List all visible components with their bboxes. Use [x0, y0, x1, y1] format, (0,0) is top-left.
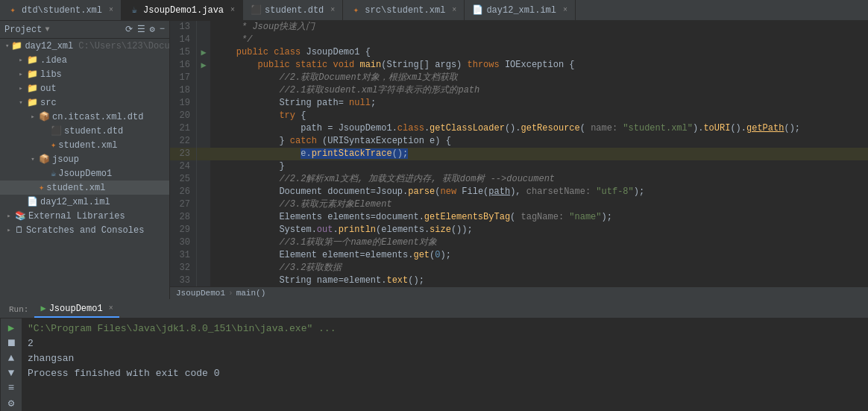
tab-close[interactable]: × — [452, 6, 456, 14]
breadcrumb-item-2[interactable]: main() — [236, 289, 266, 298]
stop-button[interactable]: ⏹ — [4, 337, 19, 349]
sidebar-item-student-xml-src[interactable]: ✦ student.xml — [0, 181, 169, 195]
breadcrumb-separator: › — [228, 289, 233, 298]
sidebar-item-external-libraries[interactable]: ▸ 📚 External Libraries — [0, 209, 169, 223]
sidebar-item-day12-iml[interactable]: 📄 day12_xml.iml — [0, 195, 169, 209]
sidebar-item-out[interactable]: ▸ 📁 out — [0, 81, 169, 95]
code-line-28: 28 Elements elements=document.getElement… — [170, 211, 868, 224]
line-number: 17 — [170, 72, 197, 84]
sidebar-item-scratches[interactable]: ▸ 🗒 Scratches and Consoles — [0, 223, 169, 237]
line-number: 23 — [170, 148, 197, 160]
line-code: * Jsoup快速入门 — [210, 21, 868, 34]
bottom-tab-jsoup-demo1[interactable]: ▶ JsoupDemo1 × — [34, 301, 119, 318]
line-code: Elements elements=document.getElementsBy… — [210, 211, 868, 224]
code-container[interactable]: 13 * Jsoup快速入门 14 */ 15 ▶ public class J… — [170, 21, 868, 286]
breadcrumb-item-1[interactable]: JsoupDemo1 — [176, 289, 225, 298]
sidebar-item-label: out — [40, 84, 57, 94]
wrap-button[interactable]: ≡ — [4, 382, 19, 394]
java-icon: ☕ — [51, 168, 56, 179]
line-gutter — [197, 186, 210, 198]
tab-close[interactable]: × — [109, 6, 113, 14]
line-number: 31 — [170, 249, 197, 262]
line-gutter — [197, 262, 210, 274]
line-gutter — [197, 148, 210, 160]
tab-day12-iml[interactable]: 📄 day12_xml.iml × — [465, 0, 576, 20]
code-line-21: 21 path = JsoupDemo1.class.getClassLoade… — [170, 122, 868, 135]
tab-close[interactable]: × — [230, 6, 235, 14]
sidebar-item-libs[interactable]: ▸ 📁 libs — [0, 67, 169, 81]
dropdown-arrow[interactable]: ▼ — [45, 25, 49, 34]
line-number: 27 — [170, 198, 197, 211]
sidebar: Project ▼ ⟳ ☰ ⚙ − ▾ 📁 day12_xml C:\Users… — [0, 21, 170, 299]
xml-icon: ✦ — [51, 139, 56, 151]
xml-icon: ✦ — [7, 5, 18, 16]
line-code: //3.1获取第一个name的Element对象 — [210, 236, 868, 249]
expand-arrow: ▸ — [17, 84, 25, 92]
sidebar-item-src[interactable]: ▾ 📁 src — [0, 95, 169, 110]
code-line-18: 18 //2.1获取sudent.xml字符串表示的形式的path — [170, 84, 868, 97]
sidebar-item-label: libs — [40, 69, 62, 80]
package-icon: 📦 — [39, 111, 50, 122]
minimize-icon[interactable]: − — [160, 24, 165, 35]
line-code: String path= null; — [210, 97, 868, 110]
project-label[interactable]: Project — [4, 25, 42, 35]
run-button[interactable]: ▶ — [4, 321, 19, 334]
expand-arrow: ▾ — [5, 42, 9, 50]
line-code: Document document=Jsoup.parse(new File(p… — [210, 186, 868, 198]
dtd-icon: ⬛ — [251, 5, 261, 16]
sidebar-item-student-xml-dtd[interactable]: ✦ student.xml — [0, 138, 169, 152]
run-output: "C:\Program Files\Java\jdk1.8.0_151\bin\… — [22, 319, 868, 411]
tab-src-student[interactable]: ✦ src\student.xml × — [343, 0, 465, 20]
output-text: zhangsan — [28, 353, 74, 364]
bottom-controls: ▶ ⏹ ▲ ▼ ≡ ⚙ — [0, 319, 22, 411]
folder-icon: 📁 — [11, 40, 22, 51]
line-number: 19 — [170, 97, 197, 110]
collapse-icon[interactable]: ☰ — [137, 24, 145, 35]
sidebar-item-label: External Libraries — [28, 211, 125, 222]
scroll-up-button[interactable]: ▲ — [4, 352, 19, 364]
code-line-25: 25 //2.2解析xml文档, 加载文档进内存, 获取dom树 -->douc… — [170, 173, 868, 186]
line-code: } catch (URISyntaxException e) { — [210, 135, 868, 148]
code-line-14: 14 */ — [170, 34, 868, 46]
sidebar-item-student-dtd[interactable]: ⬛ student.dtd — [0, 124, 169, 138]
run-icon: ▶ — [40, 303, 45, 314]
line-gutter — [197, 135, 210, 148]
sidebar-item-idea[interactable]: ▸ 📁 .idea — [0, 53, 169, 67]
line-gutter — [197, 84, 210, 97]
sidebar-item-jsoup[interactable]: ▾ 📦 jsoup — [0, 152, 169, 166]
sidebar-item-label: student.xml — [58, 140, 117, 151]
line-gutter — [197, 224, 210, 236]
tab-jsoup-demo1[interactable]: ☕ JsoupDemo1.java × — [122, 0, 243, 20]
expand-arrow — [41, 170, 48, 178]
expand-arrow: ▾ — [29, 155, 37, 163]
bottom-panel: Run: ▶ JsoupDemo1 × ▶ ⏹ ▲ ▼ ≡ ⚙ "C:\Prog… — [0, 299, 868, 411]
sync-icon[interactable]: ⟳ — [125, 24, 133, 35]
line-number: 16 — [170, 59, 197, 72]
tab-close[interactable]: × — [330, 6, 335, 14]
gear-icon[interactable]: ⚙ — [150, 24, 155, 35]
tab-student-dtd[interactable]: ⬛ student.dtd × — [243, 0, 343, 20]
ext-libs-icon: 📚 — [15, 210, 26, 222]
output-text: Process finished with exit code 0 — [28, 368, 219, 379]
tab-close-bottom[interactable]: × — [109, 304, 113, 313]
line-number: 33 — [170, 274, 197, 286]
tab-close[interactable]: × — [563, 6, 567, 14]
sidebar-item-cn-itcast[interactable]: ▸ 📦 cn.itcast.xml.dtd — [0, 110, 169, 124]
code-line-16: 16 ▶ public static void main(String[] ar… — [170, 59, 868, 72]
sidebar-item-jsoup-demo1[interactable]: ☕ JsoupDemo1 — [0, 166, 169, 181]
scratches-icon: 🗒 — [15, 225, 24, 236]
scroll-down-button[interactable]: ▼ — [4, 367, 19, 379]
sidebar-item-day12-xml[interactable]: ▾ 📁 day12_xml C:\Users\123\Docu... — [0, 39, 169, 53]
line-code: */ — [210, 34, 868, 46]
sidebar-item-detail: C:\Users\123\Docu... — [78, 41, 170, 51]
folder-icon: 📁 — [27, 69, 38, 80]
code-line-15: 15 ▶ public class JsoupDemo1 { — [170, 46, 868, 59]
code-line-32: 32 //3.2获取数据 — [170, 262, 868, 274]
settings-button[interactable]: ⚙ — [4, 397, 19, 410]
tab-dtd-student[interactable]: ✦ dtd\student.xml × — [0, 0, 122, 20]
line-number: 18 — [170, 84, 197, 97]
run-label: Run: — [3, 303, 34, 316]
line-code: String name=element.text(); — [210, 274, 868, 286]
line-gutter — [197, 34, 210, 46]
tab-label: student.dtd — [265, 5, 324, 16]
